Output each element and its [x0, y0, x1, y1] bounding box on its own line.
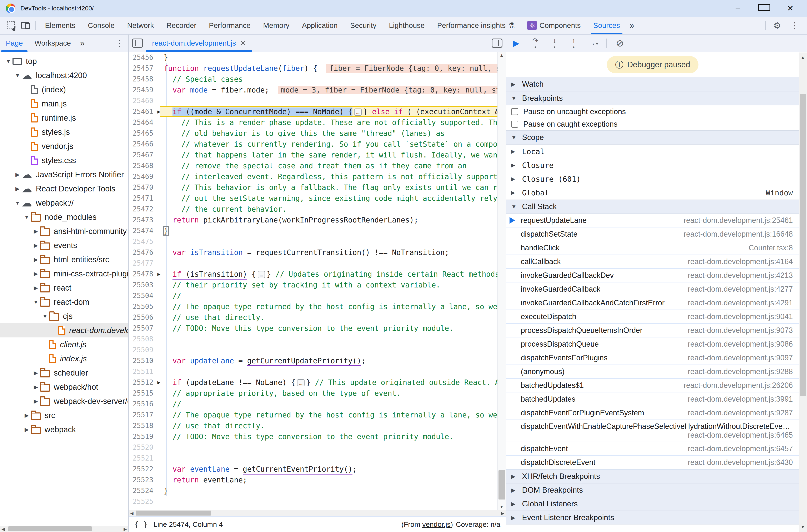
line-number[interactable]: 25525 [129, 496, 160, 507]
tab-network[interactable]: Network [121, 17, 160, 34]
code-line-25476[interactable]: 25476 var isTransition = requestCurrentT… [129, 247, 497, 258]
line-number[interactable]: 25464 [129, 117, 160, 128]
tab-performance[interactable]: Performance [203, 17, 257, 34]
call-stack-frame-dispatchsetstate[interactable]: dispatchSetStatereact-dom.development.js… [506, 227, 799, 241]
device-toolbar-icon[interactable] [20, 20, 31, 31]
line-number[interactable]: 25472 [129, 204, 160, 214]
code-line-25505[interactable]: 25505 // The opaque type returned by the… [129, 301, 497, 312]
scrollbar-thumb[interactable] [136, 511, 211, 515]
line-number[interactable]: 25478▶ [129, 269, 160, 280]
code-line-25477[interactable]: 25477 [129, 258, 497, 269]
scroll-right-icon[interactable]: ▶ [500, 510, 506, 516]
line-number[interactable]: 25510 [129, 355, 160, 366]
tab-lighthouse[interactable]: Lighthouse [383, 17, 431, 34]
navigator-tab-page[interactable]: Page [0, 35, 29, 52]
code-line-25465[interactable]: 25465 // old behavior is to give this th… [129, 128, 497, 139]
scroll-right-icon[interactable]: ▶ [122, 526, 128, 532]
line-number[interactable]: 25515 [129, 388, 160, 399]
call-stack-frame-dispatcheventforplugineventsystem[interactable]: dispatchEventForPluginEventSystemreact-d… [506, 406, 799, 420]
scroll-up-icon[interactable]: ▲ [799, 54, 807, 61]
line-number[interactable]: 25522 [129, 464, 160, 475]
pretty-print-icon[interactable]: { } [134, 520, 148, 529]
call-stack-frame-requestupdatelane[interactable]: requestUpdateLanereact-dom.development.j… [506, 214, 799, 227]
code-line-25503[interactable]: 25503 // their priority set by tracking … [129, 280, 497, 290]
debugger-vertical-scrollbar[interactable]: ▲ ▼ [799, 53, 807, 532]
call-stack-frame-dispatchdiscreteevent[interactable]: dispatchDiscreteEventreact-dom.developme… [506, 456, 799, 470]
line-number[interactable]: 25506 [129, 312, 160, 323]
scrollbar-thumb[interactable] [499, 470, 505, 499]
line-number[interactable]: 25518 [129, 420, 160, 431]
scrollbar-thumb[interactable] [800, 94, 806, 396]
toggle-navigator-icon[interactable] [132, 39, 143, 48]
line-number[interactable]: 25503 [129, 280, 160, 290]
main-menu-kebab-icon[interactable]: ⋮ [786, 20, 804, 31]
tab-components[interactable]: ⚛Components [521, 17, 587, 34]
code-line-25469[interactable]: 25469 // interleaved event. Regardless, … [129, 171, 497, 182]
toggle-debugger-sidebar-icon[interactable] [492, 39, 502, 48]
code-line-25459[interactable]: 25459 var mode = fiber.mode; mode = 3, f… [129, 84, 497, 95]
call-stack-frame-processdispatchqueueitemsinorder[interactable]: processDispatchQueueItemsInOrderreact-do… [506, 324, 799, 338]
line-number[interactable]: 25519 [129, 431, 160, 442]
code-line-25456[interactable]: 25456} [129, 52, 497, 63]
code-line-25525[interactable]: 25525 [129, 496, 497, 507]
code-line-25467[interactable]: 25467 // that happens later in the same … [129, 150, 497, 160]
line-number[interactable]: 25504 [129, 290, 160, 301]
tree-item-index[interactable]: (index) [0, 82, 128, 97]
close-tab-icon[interactable]: ✕ [240, 39, 246, 47]
tree-item-mini-css-extract-plugi[interactable]: ▶mini-css-extract-plugi [0, 267, 128, 281]
code-line-25461[interactable]: 25461▶ if ((mode & ConcurrentMode) === N… [129, 106, 497, 117]
code-line-25472[interactable]: 25472 // the current behavior. [129, 204, 497, 214]
code-line-25519[interactable]: 25519 // TODO: Move this type conversion… [129, 431, 497, 442]
file-tab-react-dom-development[interactable]: react-dom.development.js ✕ [146, 35, 252, 52]
line-number[interactable]: 25468 [129, 160, 160, 171]
line-number[interactable]: 25523 [129, 475, 160, 485]
tree-item-client-js[interactable]: client.js [0, 338, 128, 352]
call-stack-frame-dispatcheventwithenablecapturephaseselec[interactable]: dispatchEventWithEnableCapturePhaseSelec… [506, 420, 799, 442]
code-line-25510[interactable]: 25510 var updateLane = getCurrentUpdateP… [129, 355, 497, 366]
scrollbar-thumb[interactable] [8, 526, 92, 531]
code-line-25471[interactable]: 25471 // out the setState warning, since… [129, 193, 497, 204]
line-number[interactable]: 25461▶ [129, 106, 160, 117]
code-line-25516[interactable]: 25516 // [129, 399, 497, 410]
tree-item-react-developer-tools[interactable]: ▶☁React Developer Tools [0, 182, 128, 196]
call-stack-frame-anonymous[interactable]: (anonymous)react-dom.development.js:9288 [506, 365, 799, 379]
resume-script-button[interactable]: ▶ [511, 37, 522, 49]
navigator-horizontal-scrollbar[interactable]: ◀ ▶ [0, 526, 128, 532]
tree-item-react[interactable]: ▶react [0, 281, 128, 295]
tab-security[interactable]: Security [344, 17, 383, 34]
line-number[interactable]: 25467 [129, 150, 160, 160]
call-stack-frame-executedispatch[interactable]: executeDispatchreact-dom.development.js:… [506, 310, 799, 324]
code-line-25512[interactable]: 25512▶ if (updateLane !== NoLane) {…} //… [129, 377, 497, 388]
code-line-25473[interactable]: 25473 return pickArbitraryLane(workInPro… [129, 214, 497, 225]
scroll-down-icon[interactable]: ▼ [499, 504, 505, 510]
call-stack-frame-invokeguardedcallbackandcatchfirsterror[interactable]: invokeGuardedCallbackAndCatchFirstErrorr… [506, 296, 799, 310]
line-number[interactable]: 25511 [129, 366, 160, 377]
code-line-25520[interactable]: 25520 [129, 442, 497, 453]
scroll-left-icon[interactable]: ◀ [129, 510, 135, 516]
tree-item-react-dom[interactable]: ▼react-dom [0, 295, 128, 309]
tree-item-top[interactable]: ▼top [0, 54, 128, 68]
tree-item-webpack-hot[interactable]: ▶webpack/hot [0, 380, 128, 394]
line-number[interactable]: 25470 [129, 182, 160, 193]
line-number[interactable]: 25521 [129, 453, 160, 464]
tree-item-events[interactable]: ▶events [0, 238, 128, 252]
call-stack-frame-invokeguardedcallback[interactable]: invokeGuardedCallbackreact-dom.developme… [506, 283, 799, 296]
code-line-25478[interactable]: 25478▶ if (isTransition) {…} // Updates … [129, 269, 497, 280]
line-number[interactable]: 25524 [129, 485, 160, 496]
section-scope[interactable]: ▼Scope [506, 130, 799, 145]
code-line-25521[interactable]: 25521 [129, 453, 497, 464]
line-number[interactable]: 25469 [129, 171, 160, 182]
line-number[interactable]: 25505 [129, 301, 160, 312]
tree-item-javascript-errors-notifier[interactable]: ▶☁JavaScript Errors Notifier [0, 168, 128, 182]
checkbox-unchecked[interactable] [511, 120, 518, 128]
tab-console[interactable]: Console [82, 17, 121, 34]
call-stack-frame-processdispatchqueue[interactable]: processDispatchQueuereact-dom.developmen… [506, 338, 799, 351]
settings-gear-icon[interactable]: ⚙ [769, 20, 786, 31]
section-event-listener-breakpoints[interactable]: ▶Event Listener Breakpoints [506, 511, 799, 525]
code-line-25468[interactable]: 25468 // remove the special case and tre… [129, 160, 497, 171]
call-stack-frame-callcallback[interactable]: callCallbackreact-dom.development.js:416… [506, 255, 799, 269]
section-dom-breakpoints[interactable]: ▶DOM Breakpoints [506, 483, 799, 497]
deactivate-breakpoints-button[interactable]: ⊘ [614, 37, 626, 49]
line-number[interactable]: 25507 [129, 323, 160, 334]
source-code-view[interactable]: 25456}25457function requestUpdateLane(fi… [129, 52, 497, 510]
